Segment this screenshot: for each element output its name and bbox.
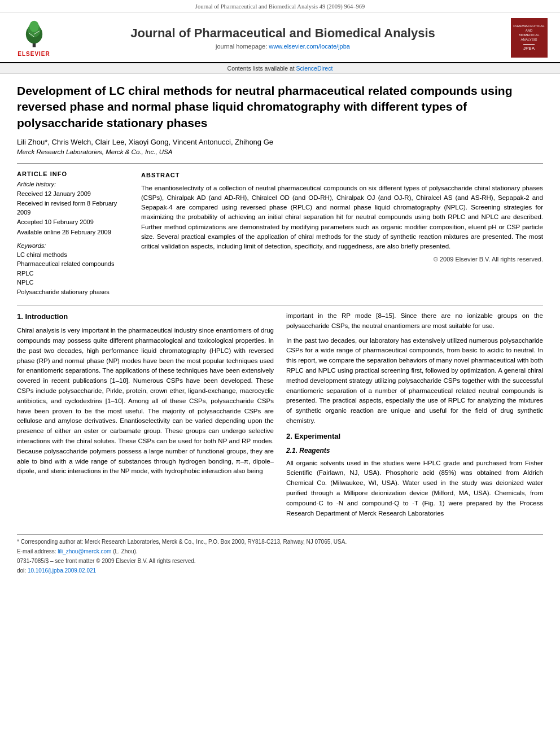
keywords-label: Keywords: <box>17 242 130 249</box>
journal-logo-text: PHARMACEUTICALANDBIOMEDICALANALYSIS <box>513 24 544 42</box>
journal-homepage: journal homepage: www.elsevier.com/locat… <box>63 43 502 50</box>
elsevier-label: ELSEVIER <box>18 51 50 57</box>
history-item-2: Received in revised form 8 February 2009 <box>17 199 130 217</box>
email-author: (L. Zhou). <box>113 548 137 554</box>
sciencedirect-link[interactable]: ScienceDirect <box>296 65 333 72</box>
abstract-header: ABSTRACT <box>141 171 543 180</box>
contents-text: Contents lists available at <box>228 65 296 72</box>
article-info-header: ARTICLE INFO <box>17 171 130 177</box>
keyword-1: LC chiral methods <box>17 251 130 259</box>
history-item-3: Accepted 10 February 2009 <box>17 218 130 226</box>
section2-sub-title-text: Reagents <box>299 447 330 455</box>
section1-number: 1. <box>17 312 23 321</box>
body-right-col: important in the RP mode [8–15]. Since t… <box>286 311 543 523</box>
intro-left-paragraph: Chiral analysis is very important in the… <box>17 326 274 477</box>
journal-reference-bar: Journal of Pharmaceutical and Biomedical… <box>0 0 560 12</box>
homepage-label: journal homepage: <box>216 43 267 50</box>
section1-title-text: Introduction <box>25 312 68 321</box>
issn-footnote: 0731-7085/$ – see front matter © 2009 El… <box>17 557 543 565</box>
page-wrapper: Journal of Pharmaceutical and Biomedical… <box>0 0 560 747</box>
homepage-link[interactable]: www.elsevier.com/locate/jpba <box>269 43 350 50</box>
section2-title-text: Experimental <box>294 432 340 440</box>
doi-label: doi: <box>17 567 26 574</box>
abstract-column: ABSTRACT The enantioselectivity of a col… <box>141 171 543 297</box>
keyword-4: NPLC <box>17 278 130 287</box>
body-left-col: 1. Introduction Chiral analysis is very … <box>17 311 274 523</box>
copyright-text: © 2009 Elsevier B.V. All rights reserved… <box>141 255 543 264</box>
keyword-2: Pharmaceutical related compounds <box>17 260 130 268</box>
body-divider <box>17 305 543 305</box>
section2-paragraph: All organic solvents used in the studies… <box>286 458 543 519</box>
history-item-1: Received 12 January 2009 <box>17 190 130 198</box>
keyword-3: RPLC <box>17 269 130 278</box>
footnote-section: * Corresponding author at: Merck Researc… <box>17 534 543 574</box>
intro-right-paragraph-2: In the past two decades, our laboratory … <box>286 336 543 426</box>
article-info-column: ARTICLE INFO Article history: Received 1… <box>17 171 130 297</box>
intro-right-paragraph: important in the RP mode [8–15]. Since t… <box>286 311 543 331</box>
doi-section: doi: 10.1016/j.jpba.2009.02.021 <box>17 567 543 574</box>
journal-logo-box: PHARMACEUTICALANDBIOMEDICALANALYSIS JPBA <box>511 18 548 58</box>
elsevier-logo: ELSEVIER <box>11 19 56 57</box>
section2-sub-number: 2.1. <box>286 447 298 455</box>
journal-name: Journal of Pharmaceutical and Biomedical… <box>63 26 502 41</box>
email-link[interactable]: lili_zhou@merck.com <box>58 548 111 554</box>
history-item-4: Available online 28 February 2009 <box>17 228 130 237</box>
section2-number: 2. <box>286 432 292 440</box>
journal-title-center: Journal of Pharmaceutical and Biomedical… <box>63 26 502 50</box>
authors: Lili Zhou*, Chris Welch, Clair Lee, Xiao… <box>17 138 543 146</box>
main-content: Development of LC chiral methods for neu… <box>0 74 560 583</box>
section1-title: 1. Introduction <box>17 311 274 322</box>
abstract-text: The enantioselectivity of a collection o… <box>141 184 543 252</box>
keywords-section: Keywords: LC chiral methods Pharmaceutic… <box>17 242 130 296</box>
elsevier-tree-icon <box>19 19 50 50</box>
corresponding-author-footnote: * Corresponding author at: Merck Researc… <box>17 538 543 546</box>
section2-sub-title: 2.1. Reagents <box>286 445 543 456</box>
journal-header: ELSEVIER Journal of Pharmaceutical and B… <box>0 12 560 63</box>
journal-logo-abbr: JPBA <box>523 44 535 51</box>
journal-reference-text: Journal of Pharmaceutical and Biomedical… <box>195 3 365 10</box>
article-title: Development of LC chiral methods for neu… <box>17 83 543 131</box>
section2-title: 2. Experimental <box>286 431 543 442</box>
affiliation: Merck Research Laboratories, Merck & Co.… <box>17 148 543 155</box>
email-footnote: E-mail address: lili_zhou@merck.com (L. … <box>17 548 543 556</box>
keyword-5: Polysaccharide stationary phases <box>17 288 130 296</box>
journal-logo-right: PHARMACEUTICALANDBIOMEDICALANALYSIS JPBA <box>509 18 549 58</box>
contents-bar: Contents lists available at ScienceDirec… <box>0 63 560 74</box>
history-label: Article history: <box>17 181 130 187</box>
body-two-col: 1. Introduction Chiral analysis is very … <box>17 311 543 523</box>
article-info-abstract-section: ARTICLE INFO Article history: Received 1… <box>17 163 543 297</box>
doi-link[interactable]: 10.1016/j.jpba.2009.02.021 <box>28 567 96 574</box>
email-label: E-mail address: <box>17 548 58 554</box>
svg-point-3 <box>29 21 39 32</box>
